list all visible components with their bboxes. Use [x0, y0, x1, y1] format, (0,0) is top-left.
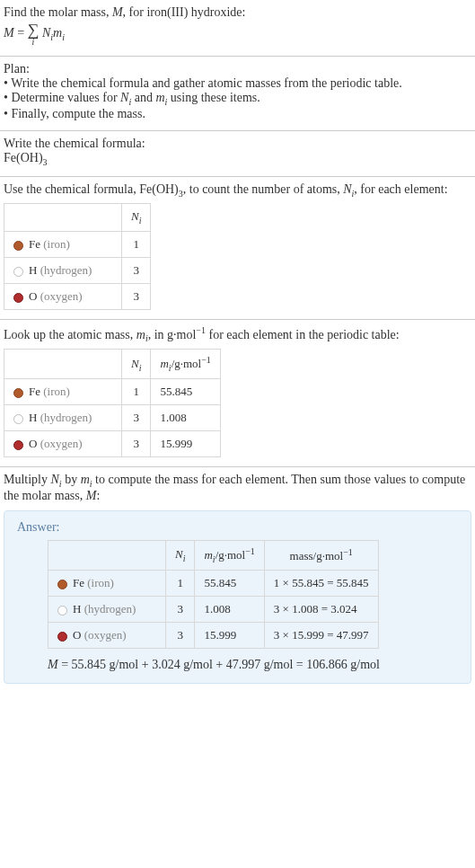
- intro-equation: M = ∑ i Nimi: [4, 22, 471, 47]
- col-ni: Ni: [122, 204, 151, 232]
- step-chemical-formula: Write the chemical formula: Fe(OH)3: [0, 131, 475, 177]
- intro-section: Find the molar mass, M, for iron(III) hy…: [0, 0, 475, 57]
- plan-section: Plan: • Write the chemical formula and g…: [0, 57, 475, 131]
- col-mass: mass/g·mol−1: [264, 541, 378, 571]
- element-dot-icon: [13, 241, 23, 251]
- step4-title: Multiply Ni by mi to compute the mass fo…: [4, 473, 471, 503]
- answer-box: Answer: Ni mi/g·mol−1 mass/g·mol−1 Fe (i…: [4, 510, 471, 684]
- step-compute-mass: Multiply Ni by mi to compute the mass fo…: [0, 467, 475, 693]
- table-row: Fe (iron) 1: [4, 231, 151, 257]
- col-ni: Ni: [122, 350, 151, 379]
- plan-title: Plan:: [4, 62, 471, 76]
- table-row: Fe (iron) 1 55.845 1 × 55.845 = 55.845: [48, 571, 379, 597]
- step3-title: Look up the atomic mass, mi, in g·mol−1 …: [4, 325, 471, 343]
- atom-count-table: Ni Fe (iron) 1 H (hydrogen) 3 O (oxygen)…: [4, 203, 151, 310]
- step2-title: Use the chemical formula, Fe(OH)3, to co…: [4, 182, 471, 199]
- table-row: O (oxygen) 3: [4, 283, 151, 309]
- intro-line1: Find the molar mass, M, for iron(III) hy…: [4, 5, 471, 20]
- element-dot-icon: [13, 440, 23, 450]
- answer-table: Ni mi/g·mol−1 mass/g·mol−1 Fe (iron) 1 5…: [48, 540, 379, 649]
- plan-bullet-1: • Write the chemical formula and gather …: [4, 76, 471, 91]
- plan-bullet-2: • Determine values for Ni and mi using t…: [4, 91, 471, 107]
- step1-formula: Fe(OH)3: [4, 151, 471, 167]
- element-dot-icon: [57, 606, 67, 616]
- answer-label: Answer:: [17, 520, 458, 535]
- table-row: O (oxygen) 3 15.999 3 × 15.999 = 47.997: [48, 623, 379, 649]
- atomic-mass-table: Ni mi/g·mol−1 Fe (iron) 1 55.845 H (hydr…: [4, 349, 221, 457]
- element-dot-icon: [57, 632, 67, 642]
- final-result: M = 55.845 g/mol + 3.024 g/mol + 47.997 …: [48, 658, 458, 672]
- table-row: Fe (iron) 1 55.845: [4, 379, 221, 405]
- step-atomic-mass: Look up the atomic mass, mi, in g·mol−1 …: [0, 320, 475, 467]
- table-row: H (hydrogen) 3: [4, 257, 151, 283]
- table-row: H (hydrogen) 3 1.008: [4, 405, 221, 431]
- table-row: H (hydrogen) 3 1.008 3 × 1.008 = 3.024: [48, 597, 379, 623]
- element-dot-icon: [13, 414, 23, 424]
- step-count-atoms: Use the chemical formula, Fe(OH)3, to co…: [0, 177, 475, 320]
- table-row: O (oxygen) 3 15.999: [4, 431, 221, 457]
- col-ni: Ni: [166, 541, 195, 571]
- element-dot-icon: [13, 293, 23, 303]
- element-dot-icon: [13, 267, 23, 277]
- col-mi: mi/g·mol−1: [195, 541, 264, 571]
- element-dot-icon: [13, 388, 23, 398]
- step1-title: Write the chemical formula:: [4, 137, 471, 151]
- sigma-icon: ∑ i: [28, 22, 40, 47]
- col-mi: mi/g·mol−1: [151, 350, 220, 379]
- plan-bullet-3: • Finally, compute the mass.: [4, 107, 471, 121]
- element-dot-icon: [57, 580, 67, 589]
